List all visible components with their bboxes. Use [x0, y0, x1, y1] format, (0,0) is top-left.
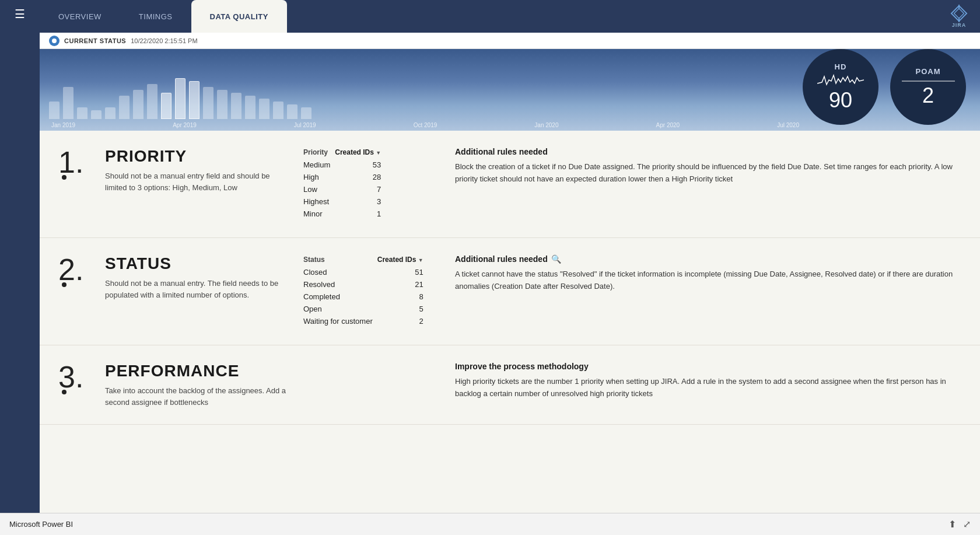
section-number-3: 3. [58, 362, 105, 408]
bar-5 [119, 96, 130, 119]
table-row-1-1: High28 [303, 171, 386, 183]
table-row-2-3: Open5 [303, 303, 428, 315]
rules-text-3: High priority tickets are the number 1 p… [455, 376, 961, 400]
cell-col2-1-4: 1 [335, 208, 386, 220]
bar-0 [49, 102, 60, 119]
section-rules-2: Additional rules needed🔍 A ticket cannot… [455, 254, 961, 328]
app-title: Microsoft Power BI [9, 520, 73, 529]
col2-header-2[interactable]: Created IDs ▼ [377, 254, 428, 266]
jira-logo: JIRA [947, 5, 971, 28]
kpi-poam-value: 2 [922, 84, 934, 107]
cell-col1-2-1: Resolved [303, 278, 377, 291]
rules-title-2: Additional rules needed🔍 [455, 254, 961, 264]
cell-col1-1-2: Low [303, 183, 335, 195]
search-icon-2[interactable]: 🔍 [551, 254, 561, 264]
section-rules-1: Additional rules needed Block the creati… [455, 147, 961, 221]
bar-17 [287, 104, 298, 119]
bar-8 [161, 93, 172, 119]
jira-logo-icon [950, 5, 968, 22]
jira-label: JIRA [952, 22, 967, 28]
timeline-label-0: Jan 2019 [51, 122, 75, 128]
menu-icon[interactable]: ☰ [15, 7, 25, 21]
data-table-2: StatusCreated IDs ▼Closed51Resolved21Com… [303, 254, 428, 327]
tab-timings[interactable]: TIMINGS [120, 0, 191, 33]
status-indicator [49, 36, 60, 46]
timeline-label-4: Jan 2020 [534, 122, 558, 128]
num-digit-1: 1. [58, 147, 83, 177]
bar-11 [203, 87, 214, 119]
bar-4 [105, 107, 116, 119]
sort-arrow-2: ▼ [418, 257, 424, 263]
bar-18 [301, 107, 312, 119]
section-3: 3. PERFORMANCE Take into account the bac… [40, 345, 980, 425]
cell-col2-2-3: 5 [377, 303, 428, 315]
table-row-2-2: Completed8 [303, 291, 428, 303]
section-title-2: STATUS [105, 254, 289, 273]
num-bullet-3 [62, 390, 66, 394]
bar-3 [91, 110, 102, 119]
num-bullet-1 [62, 175, 66, 180]
cell-col1-1-4: Minor [303, 208, 335, 220]
table-row-1-3: Highest3 [303, 195, 386, 208]
section-number-2: 2. [58, 254, 105, 328]
cell-col1-2-0: Closed [303, 266, 377, 278]
bar-15 [259, 99, 270, 119]
bottom-bar: Microsoft Power BI ⬆ ⤢ [0, 513, 980, 535]
table-row-1-2: Low7 [303, 183, 386, 195]
share-icon[interactable]: ⬆ [949, 519, 956, 530]
bar-16 [273, 102, 284, 119]
section-desc-2: STATUS Should not be a manual entry. The… [105, 254, 303, 328]
section-table-2: StatusCreated IDs ▼Closed51Resolved21Com… [303, 254, 455, 328]
cell-col2-2-2: 8 [377, 291, 428, 303]
bottom-bar-icons: ⬆ ⤢ [949, 519, 971, 530]
timeline-label-1: Apr 2019 [173, 122, 197, 128]
kpi-hd: HD 90 [803, 49, 878, 125]
timeline-labels: Jan 2019Apr 2019Jul 2019Oct 2019Jan 2020… [51, 122, 799, 128]
rules-text-2: A ticket cannot have the status "Resolve… [455, 268, 961, 293]
rules-title-1: Additional rules needed [455, 147, 961, 156]
table-row-2-1: Resolved21 [303, 278, 428, 291]
cell-col1-1-3: Highest [303, 195, 335, 208]
section-2: 2. STATUS Should not be a manual entry. … [40, 238, 980, 345]
expand-icon[interactable]: ⤢ [963, 519, 971, 530]
col1-header-1: Priority [303, 147, 335, 159]
tab-data-quality[interactable]: DATA QUALITY [191, 0, 287, 33]
cell-col1-2-4: Waiting for customer [303, 315, 377, 327]
cell-col1-2-2: Completed [303, 291, 377, 303]
bar-6 [133, 90, 144, 119]
bar-12 [217, 90, 228, 119]
tab-overview[interactable]: OVERVIEW [40, 0, 120, 33]
bar-1 [63, 87, 74, 119]
col2-header-1[interactable]: Created IDs ▼ [335, 147, 386, 159]
section-table-spacer-3 [303, 362, 455, 408]
status-bar: CURRENT STATUS 10/22/2020 2:15:51 PM [40, 33, 980, 49]
kpi-hd-wave [817, 71, 864, 89]
section-1: 1. PRIORITY Should not be a manual entry… [40, 131, 980, 238]
cell-col2-1-3: 3 [335, 195, 386, 208]
rules-text-1: Block the creation of a ticket if no Due… [455, 161, 961, 186]
rules-title-3: Improve the process methodology [455, 362, 961, 371]
section-desc-1: PRIORITY Should not be a manual entry fi… [105, 147, 303, 221]
cell-col2-2-0: 51 [377, 266, 428, 278]
table-row-1-4: Minor1 [303, 208, 386, 220]
status-time: 10/22/2020 2:15:51 PM [131, 37, 197, 44]
data-table-1: PriorityCreated IDs ▼Medium53High28Low7H… [303, 147, 386, 220]
bar-7 [147, 84, 158, 119]
top-nav: OVERVIEW TIMINGS DATA QUALITY JIRA [40, 0, 980, 33]
bar-2 [77, 107, 88, 119]
table-row-2-4: Waiting for customer2 [303, 315, 428, 327]
section-desc-3: PERFORMANCE Take into account the backlo… [105, 362, 303, 408]
bar-9 [175, 78, 186, 119]
cell-col2-2-4: 2 [377, 315, 428, 327]
num-bullet-2 [62, 282, 66, 287]
cell-col2-1-0: 53 [335, 159, 386, 171]
section-text-2: Should not be a manual entry. The field … [105, 278, 289, 300]
section-text-1: Should not be a manual entry field and s… [105, 170, 289, 193]
kpi-hd-label: HD [835, 62, 847, 71]
cell-col2-1-2: 7 [335, 183, 386, 195]
content-area[interactable]: 1. PRIORITY Should not be a manual entry… [40, 131, 980, 513]
col1-header-2: Status [303, 254, 377, 266]
sort-arrow-1: ▼ [376, 150, 381, 156]
section-number-1: 1. [58, 147, 105, 221]
bar-chart [49, 55, 805, 119]
